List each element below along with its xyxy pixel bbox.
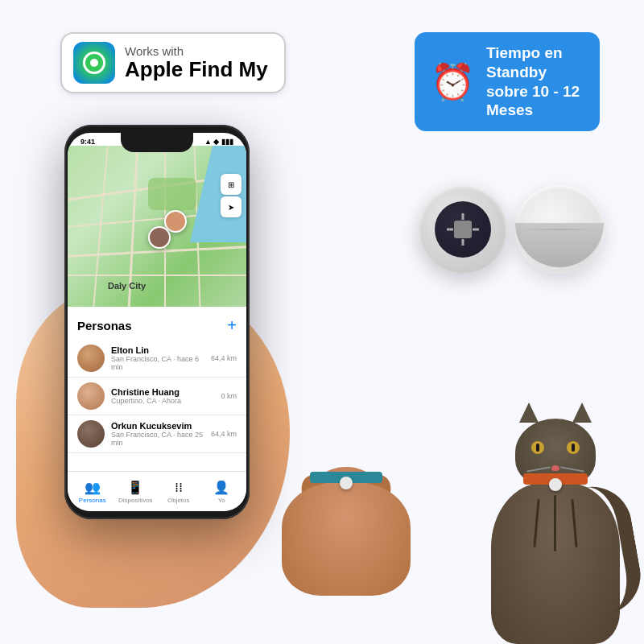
contact-avatar-1: [77, 345, 105, 372]
contact-name: Orkun Kucuksevim: [111, 421, 204, 431]
objetos-tab-label: Objetos: [167, 497, 190, 504]
contact-name: Christine Huang: [111, 387, 214, 397]
dog-container: [266, 402, 427, 644]
contact-avatar-3: [77, 420, 105, 448]
list-header: Personas +: [68, 313, 246, 340]
badge-apple-text: Works with Apple Find My: [125, 44, 268, 81]
contact-distance: 64,4 km: [211, 354, 237, 362]
dog-torso: [282, 483, 411, 596]
status-icons: ▲ ◆ ▮▮▮: [204, 138, 233, 146]
dog-collar: [310, 472, 382, 483]
chip-leg-top: [462, 213, 464, 220]
tab-yo[interactable]: 👤 Yo: [200, 480, 244, 504]
cat-collar-tag: [549, 478, 562, 491]
phone-map: Daly City ⊞ ➤: [68, 146, 246, 307]
contact-distance: 64,4 km: [211, 430, 237, 438]
cat-stripe-3: [571, 499, 577, 547]
contact-info-3: Orkun Kucuksevim San Francisco, CA · hac…: [111, 421, 204, 447]
apple-find-my-label: Apple Find My: [125, 58, 268, 81]
standby-text: Tiempo en Standby sobre 10 - 12 Meses: [486, 43, 584, 120]
phone-list: Personas + Elton Lin San Francisco, CA ·…: [68, 307, 246, 453]
status-time: 9:41: [80, 138, 95, 146]
contact-info-2: Christine Huang Cupertino, CA · Ahora: [111, 387, 214, 405]
device-chip-view: [435, 201, 491, 258]
contact-distance: 0 km: [221, 392, 237, 400]
tab-personas[interactable]: 👥 Personas: [71, 480, 114, 504]
dog-collar-tag: [340, 477, 353, 489]
cat-collar: [523, 473, 588, 485]
chip-leg-left: [447, 229, 453, 231]
map-road: [68, 275, 246, 276]
personas-tab-icon: 👥: [85, 480, 101, 495]
contact-location: San Francisco, CA · hace 25 min: [111, 431, 204, 447]
page-container: Works with Apple Find My ⏰ Tiempo en Sta…: [0, 0, 644, 644]
yo-tab-label: Yo: [218, 497, 225, 504]
dispositivos-tab-label: Dispositivos: [118, 497, 153, 504]
cat-whisker-left-1: [526, 466, 551, 472]
contact-location: San Francisco, CA · hace 6 min: [111, 355, 204, 371]
objetos-tab-icon: ⁞⁞: [175, 480, 183, 495]
standby-badge: ⏰ Tiempo en Standby sobre 10 - 12 Meses: [415, 32, 600, 131]
cat-container: [467, 370, 644, 644]
list-title: Personas: [77, 319, 132, 332]
works-with-label: Works with: [125, 44, 268, 58]
map-park: [148, 178, 196, 210]
phone-tab-bar: 👥 Personas 📱 Dispositivos ⁞⁞ Objetos 👤 Y…: [68, 471, 246, 511]
cat-eye-left: [531, 441, 544, 454]
personas-tab-label: Personas: [79, 497, 106, 504]
chip-leg-right: [473, 229, 479, 231]
cat-whisker-right-1: [560, 466, 584, 472]
device-front: [419, 185, 507, 274]
iphone: 9:41 ▲ ◆ ▮▮▮: [64, 125, 250, 519]
map-controls: ⊞ ➤: [221, 174, 242, 217]
cat-ear-right: [572, 402, 592, 423]
tab-dispositivos[interactable]: 📱 Dispositivos: [114, 480, 158, 504]
map-city-label: Daly City: [108, 281, 146, 291]
tab-objetos[interactable]: ⁞⁞ Objetos: [157, 480, 200, 504]
apple-find-my-badge: Works with Apple Find My: [60, 32, 286, 93]
map-location-button[interactable]: ➤: [221, 196, 242, 217]
find-my-icon: [73, 42, 115, 84]
list-item[interactable]: Christine Huang Cupertino, CA · Ahora 0 …: [68, 378, 246, 415]
find-my-icon-inner: [83, 52, 105, 74]
add-person-button[interactable]: +: [227, 316, 237, 335]
map-avatar-2: [148, 226, 171, 249]
cat-body: [475, 419, 636, 644]
list-item[interactable]: Elton Lin San Francisco, CA · hace 6 min…: [68, 340, 246, 378]
cat-ear-left: [519, 402, 539, 423]
chip-design: [447, 213, 479, 246]
phone-notch: [121, 133, 193, 152]
contact-info-1: Elton Lin San Francisco, CA · hace 6 min: [111, 345, 204, 371]
chip-center: [454, 221, 472, 238]
map-type-button[interactable]: ⊞: [221, 174, 242, 195]
map-road: [93, 146, 108, 306]
alarm-icon: ⏰: [431, 61, 475, 103]
contact-avatar-2: [77, 382, 105, 410]
list-item[interactable]: Orkun Kucuksevim San Francisco, CA · hac…: [68, 415, 246, 453]
contact-name: Elton Lin: [111, 345, 204, 355]
cat-nose: [551, 465, 559, 471]
chip-leg-bottom: [462, 239, 464, 246]
dog-body: [282, 467, 411, 644]
device-back-line: [523, 229, 596, 230]
cat-eye-right: [567, 441, 580, 454]
cat-stripe-2: [554, 495, 556, 551]
dispositivos-tab-icon: 📱: [127, 480, 143, 495]
cat-stripe-1: [533, 499, 539, 547]
contact-location: Cupertino, CA · Ahora: [111, 397, 214, 405]
phone-screen: 9:41 ▲ ◆ ▮▮▮: [68, 133, 246, 511]
yo-tab-icon: 👤: [213, 480, 229, 495]
device-back: [515, 185, 604, 274]
